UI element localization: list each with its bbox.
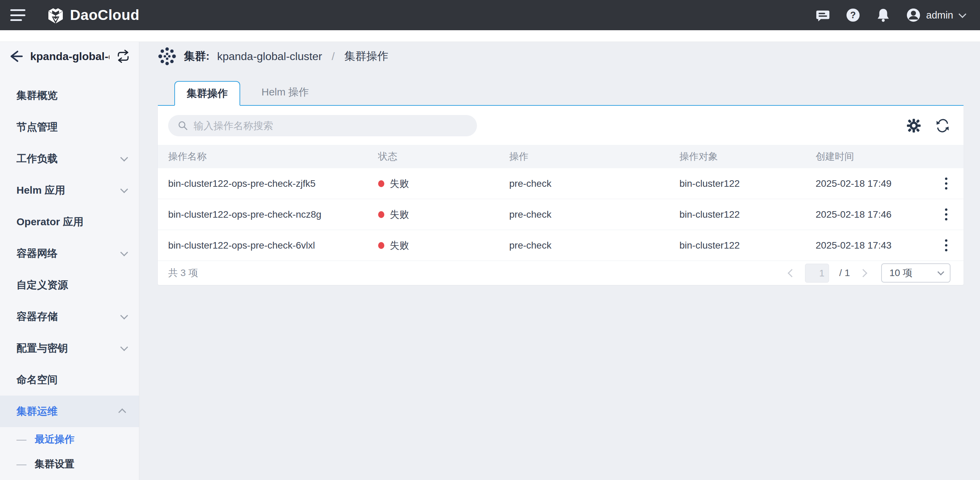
pagination: 1 / 1 10 项 xyxy=(789,263,950,282)
breadcrumb-prefix: 集群: xyxy=(184,49,210,64)
sidebar-item-node-management[interactable]: 节点管理 xyxy=(0,111,139,143)
table-row: bin-cluster122-ops-pre-check-zjfk5 失败 pr… xyxy=(158,168,964,199)
daocloud-logo-icon xyxy=(47,6,64,24)
chevron-down-icon xyxy=(121,154,128,162)
toolbar-icons xyxy=(907,118,950,133)
page-count: / 1 xyxy=(839,268,850,279)
sidebar-subitem-cluster-settings[interactable]: —集群设置 xyxy=(0,452,139,477)
created-time: 2025-02-18 17:43 xyxy=(816,240,929,251)
notification-icon[interactable] xyxy=(876,8,891,22)
chevron-down-icon xyxy=(937,268,944,275)
brand-name: DaoCloud xyxy=(70,7,139,23)
sidebar-subitem-recent-operations[interactable]: —最近操作 xyxy=(0,427,139,452)
status-failed-icon xyxy=(378,211,384,218)
help-icon[interactable]: ? xyxy=(846,8,860,22)
sidebar-item-helm-apps[interactable]: Helm 应用 xyxy=(0,174,139,206)
operation-name: bin-cluster122-ops-pre-check-ncz8g xyxy=(168,209,378,220)
topbar-substrip xyxy=(0,30,980,42)
sidebar-item-operator-apps[interactable]: Operator 应用 xyxy=(0,206,139,238)
total-count: 共 3 项 xyxy=(168,266,198,279)
refresh-icon[interactable] xyxy=(935,118,950,133)
search-icon xyxy=(178,120,188,131)
status-badge: 失败 xyxy=(378,177,509,190)
user-avatar-icon xyxy=(906,8,921,22)
chevron-down-icon xyxy=(121,312,128,320)
row-actions-menu-icon[interactable] xyxy=(942,236,951,255)
sidebar-item-cluster-overview[interactable]: 集群概览 xyxy=(0,80,139,111)
tab-cluster-operations[interactable]: 集群操作 xyxy=(174,81,240,106)
chevron-down-icon xyxy=(959,10,967,18)
tabs: 集群操作 Helm 操作 xyxy=(158,80,964,106)
settings-gear-icon[interactable] xyxy=(907,118,921,133)
page-size-select[interactable]: 10 项 xyxy=(881,263,950,282)
switch-cluster-icon[interactable] xyxy=(116,49,130,63)
table-toolbar xyxy=(158,106,964,145)
sidebar-item-namespaces[interactable]: 命名空间 xyxy=(0,364,139,395)
column-created: 创建时间 xyxy=(816,150,929,163)
username: admin xyxy=(926,10,953,21)
topbar: DaoCloud ? admin xyxy=(0,0,980,30)
topbar-actions: ? admin xyxy=(816,8,964,22)
created-time: 2025-02-18 17:49 xyxy=(816,178,929,189)
breadcrumb-separator: / xyxy=(330,50,337,63)
operation-name: bin-cluster122-ops-pre-check-6vlxl xyxy=(168,240,378,251)
content: 集群: kpanda-global-cluster / 集群操作 集群操作 He… xyxy=(139,42,980,480)
sidebar-item-custom-resources[interactable]: 自定义资源 xyxy=(0,269,139,301)
brand[interactable]: DaoCloud xyxy=(47,6,139,24)
column-operation-name: 操作名称 xyxy=(168,150,378,163)
action-type: pre-check xyxy=(509,178,679,189)
sidebar-header: kpanda-global-cl... xyxy=(0,42,139,71)
cluster-dots-icon xyxy=(158,47,177,66)
sidebar-nav: 集群概览 节点管理 工作负载 Helm 应用 Operator 应用 容器网络 … xyxy=(0,80,139,477)
status-failed-icon xyxy=(378,180,384,187)
row-actions-menu-icon[interactable] xyxy=(942,174,951,193)
status-badge: 失败 xyxy=(378,239,509,252)
sidebar: kpanda-global-cl... 集群概览 节点管理 工作负载 Helm … xyxy=(0,42,139,480)
table-row: bin-cluster122-ops-pre-check-6vlxl 失败 pr… xyxy=(158,230,964,261)
chevron-up-icon xyxy=(118,408,126,416)
status-failed-icon xyxy=(378,242,384,249)
user-menu[interactable]: admin xyxy=(906,8,964,22)
sidebar-item-container-storage[interactable]: 容器存储 xyxy=(0,301,139,332)
operation-target: bin-cluster122 xyxy=(679,178,816,189)
sidebar-item-container-network[interactable]: 容器网络 xyxy=(0,238,139,269)
row-actions-menu-icon[interactable] xyxy=(942,205,951,224)
cluster-name: kpanda-global-cl... xyxy=(30,50,110,63)
column-target: 操作对象 xyxy=(679,150,816,163)
created-time: 2025-02-18 17:46 xyxy=(816,209,929,220)
table-footer: 共 3 项 1 / 1 10 项 xyxy=(158,261,964,285)
message-icon[interactable] xyxy=(816,8,830,22)
svg-text:?: ? xyxy=(850,10,856,20)
search-box[interactable] xyxy=(168,115,477,136)
chevron-down-icon xyxy=(121,249,128,257)
operations-panel: 操作名称 状态 操作 操作对象 创建时间 bin-cluster122-ops-… xyxy=(158,106,964,285)
menu-icon[interactable] xyxy=(10,9,25,21)
column-status: 状态 xyxy=(378,150,509,163)
operation-name: bin-cluster122-ops-pre-check-zjfk5 xyxy=(168,178,378,189)
action-type: pre-check xyxy=(509,240,679,251)
breadcrumb-cluster-link[interactable]: kpanda-global-cluster xyxy=(217,50,322,63)
page-number-input[interactable]: 1 xyxy=(805,264,829,282)
sidebar-item-cluster-ops[interactable]: 集群运维 xyxy=(0,395,139,427)
search-input[interactable] xyxy=(194,120,467,131)
back-arrow-icon[interactable] xyxy=(8,49,23,64)
chevron-down-icon xyxy=(121,185,128,193)
operation-target: bin-cluster122 xyxy=(679,240,816,251)
operation-target: bin-cluster122 xyxy=(679,209,816,220)
status-badge: 失败 xyxy=(378,208,509,221)
sidebar-item-workloads[interactable]: 工作负载 xyxy=(0,143,139,174)
tab-helm-operations[interactable]: Helm 操作 xyxy=(240,80,330,105)
breadcrumb: 集群: kpanda-global-cluster / 集群操作 xyxy=(158,45,964,67)
prev-page-icon[interactable] xyxy=(788,269,796,277)
table-header: 操作名称 状态 操作 操作对象 创建时间 xyxy=(158,145,964,168)
chevron-down-icon xyxy=(121,343,128,351)
table-row: bin-cluster122-ops-pre-check-ncz8g 失败 pr… xyxy=(158,199,964,230)
sidebar-item-config-secrets[interactable]: 配置与密钥 xyxy=(0,332,139,364)
next-page-icon[interactable] xyxy=(859,269,867,277)
column-action: 操作 xyxy=(509,150,679,163)
breadcrumb-current: 集群操作 xyxy=(345,49,388,64)
action-type: pre-check xyxy=(509,209,679,220)
